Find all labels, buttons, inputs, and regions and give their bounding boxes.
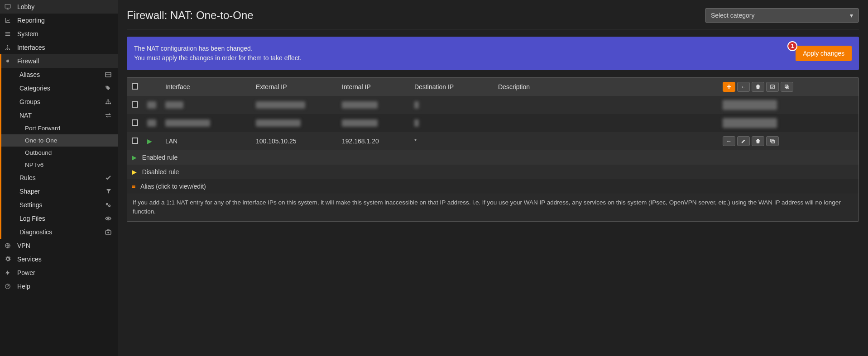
gear-icon [5, 256, 13, 262]
toggle-all-button[interactable] [766, 82, 779, 92]
cell-destination: * [410, 132, 494, 150]
delete-all-button[interactable] [752, 82, 764, 92]
card-icon [105, 72, 111, 77]
network-icon [5, 44, 13, 51]
svg-rect-0 [5, 5, 10, 8]
briefcase-icon [105, 229, 111, 235]
sidebar-item-vpn[interactable]: VPN [0, 239, 118, 252]
svg-point-17 [107, 204, 108, 204]
cell-internal: ████████ [337, 96, 410, 114]
select-all-checkbox[interactable] [132, 83, 138, 90]
sidebar: LobbyReportingSystemInterfaces Firewall … [0, 0, 118, 356]
cell-internal: 192.168.1.20 [337, 132, 410, 150]
check-icon [105, 175, 111, 180]
sidebar-sub-log-files[interactable]: Log Files [1, 212, 118, 225]
legend-disabled-label: Disabled rule [142, 168, 179, 176]
row-actions: ← [723, 136, 854, 146]
sidebar-sub-shaper[interactable]: Shaper [1, 185, 118, 198]
table-row[interactable]: ▶ LAN 100.105.10.25 192.168.1.20 * ← [127, 132, 858, 150]
sidebar-item-help[interactable]: Help [0, 280, 118, 293]
sidebar-label: Interfaces [17, 44, 45, 51]
edit-button[interactable] [737, 136, 750, 146]
cell-destination: █ [410, 96, 494, 114]
row-checkbox[interactable] [132, 119, 138, 126]
sidebar-label: Services [17, 256, 42, 263]
svg-rect-11 [107, 100, 109, 101]
sidebar-item-firewall[interactable]: Firewall [0, 54, 118, 68]
chart-icon [5, 17, 13, 24]
sidebar-sub-settings[interactable]: Settings [1, 198, 118, 212]
legend-enabled-label: Enabled rule [142, 154, 178, 161]
th-external: External IP [251, 78, 337, 96]
row-checkbox[interactable] [132, 138, 138, 144]
sidebar-sub-categories[interactable]: Categories [1, 81, 118, 95]
th-destination: Destination IP [410, 78, 494, 96]
cell-interface: ████ [161, 96, 251, 114]
play-icon: ▶ [147, 138, 152, 145]
cell-description [494, 132, 718, 150]
sidebar-item-reporting[interactable]: Reporting [0, 14, 118, 27]
sidebar-sub-label: Settings [19, 201, 43, 209]
svg-rect-8 [106, 72, 111, 77]
move-button[interactable]: ← [723, 136, 735, 146]
alert-changes: The NAT configuration has been changed. … [127, 37, 859, 70]
sidebar-sub-aliases[interactable]: Aliases [1, 68, 118, 81]
apply-changes-button[interactable]: Apply changes [796, 46, 852, 61]
sidebar-sub-label: Diagnostics [19, 228, 52, 236]
svg-rect-2 [5, 33, 10, 34]
sidebar-item-services[interactable]: Services [0, 252, 118, 266]
th-internal: Internal IP [337, 78, 410, 96]
sidebar-sub2-port-forward[interactable]: Port Forward [1, 122, 118, 134]
swap-icon [105, 113, 111, 118]
globe-icon [5, 242, 13, 249]
sidebar-label: Power [17, 269, 35, 276]
nat-table-container: Interface External IP Internal IP Destin… [127, 77, 859, 222]
page-title: Firewall: NAT: One-to-One [127, 9, 254, 22]
sidebar-sub2-outbound[interactable]: Outbound [1, 147, 118, 159]
cell-destination: █ [410, 114, 494, 132]
cell-interface: ██████████ [161, 114, 251, 132]
sidebar-item-system[interactable]: System [0, 27, 118, 41]
plug-icon [5, 270, 13, 276]
play-icon: ▶ [132, 168, 137, 176]
sidebar-label: System [17, 30, 38, 38]
sidebar-sub-label: Aliases [19, 71, 40, 78]
header-actions: ← [723, 82, 854, 92]
table-row[interactable]: ██ ██████████ ██████████ ████████ █ ████… [127, 114, 858, 132]
sidebar-item-lobby[interactable]: Lobby [0, 0, 118, 14]
question-icon [5, 283, 13, 290]
sidebar-label: Reporting [17, 17, 45, 24]
sidebar-sub2-nptv6[interactable]: NPTv6 [1, 159, 118, 171]
clone-button[interactable] [766, 136, 779, 146]
hint-text: If you add a 1:1 NAT entry for any of th… [127, 194, 858, 221]
list-icon: ≡ [132, 183, 135, 190]
sidebar-label: Lobby [17, 3, 34, 10]
add-button[interactable] [723, 82, 735, 92]
sidebar-sub-label: Log Files [19, 215, 45, 222]
cell-description [494, 96, 718, 114]
sidebar-label: Help [17, 283, 30, 290]
table-row[interactable]: ██ ████ ███████████ ████████ █ █████████… [127, 96, 858, 114]
sidebar-item-interfaces[interactable]: Interfaces [0, 41, 118, 54]
menu-icon [5, 31, 13, 37]
category-select[interactable]: Select category ▾ [705, 8, 859, 23]
delete-button[interactable] [752, 136, 764, 146]
row-checkbox[interactable] [132, 101, 138, 108]
sidebar-sub-diagnostics[interactable]: Diagnostics [1, 225, 118, 239]
move-left-button[interactable]: ← [737, 82, 750, 92]
filter-icon [106, 189, 111, 194]
legend-alias: ≡ Alias (click to view/edit) [127, 179, 858, 194]
sidebar-label: Firewall [17, 57, 39, 65]
tags-icon [105, 85, 111, 91]
sidebar-sub-groups[interactable]: Groups [1, 95, 118, 109]
clone-all-button[interactable] [781, 82, 793, 92]
sidebar-sub2-one-to-one[interactable]: One-to-One [1, 134, 118, 147]
alert-badge: 1 [787, 41, 797, 51]
sidebar-sub-nat[interactable]: NAT [1, 109, 118, 122]
eye-icon [105, 216, 111, 221]
play-icon: ▶ [132, 154, 137, 161]
sidebar-item-power[interactable]: Power [0, 266, 118, 280]
cell-external: ███████████ [251, 96, 337, 114]
sidebar-sub-rules[interactable]: Rules [1, 171, 118, 185]
page-header: Firewall: NAT: One-to-One Select categor… [127, 0, 859, 29]
